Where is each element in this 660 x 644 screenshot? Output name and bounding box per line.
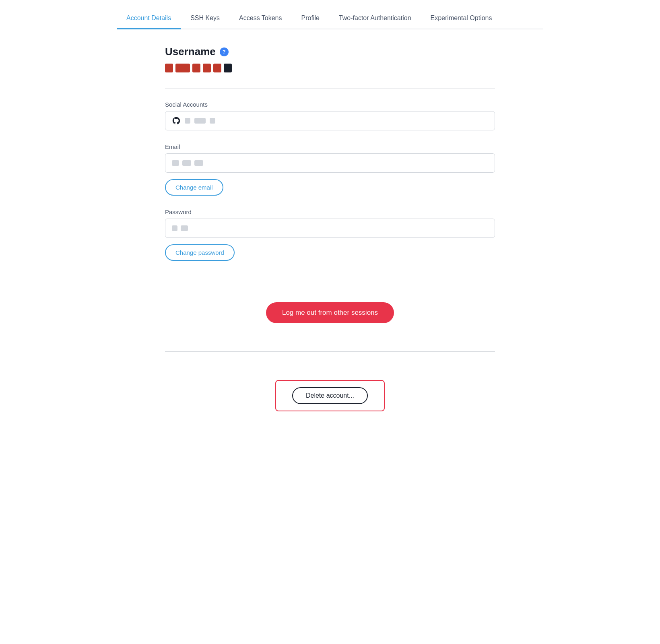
email-block-1 xyxy=(172,160,179,166)
username-value-blocks xyxy=(165,64,495,72)
page-container: Account Details SSH Keys Access Tokens P… xyxy=(109,0,551,444)
nav-tabs: Account Details SSH Keys Access Tokens P… xyxy=(117,0,543,29)
username-block-5 xyxy=(213,64,221,72)
logout-section: Log me out from other sessions xyxy=(165,286,495,339)
tab-experimental[interactable]: Experimental Options xyxy=(421,8,502,29)
password-input[interactable] xyxy=(165,219,495,238)
username-block-1 xyxy=(165,64,173,72)
change-email-button[interactable]: Change email xyxy=(165,179,223,196)
github-icon xyxy=(172,116,181,125)
divider-3 xyxy=(165,351,495,352)
tab-profile[interactable]: Profile xyxy=(292,8,329,29)
email-input[interactable] xyxy=(165,153,495,173)
social-accounts-section: Social Accounts xyxy=(165,101,495,130)
username-heading: Username ? xyxy=(165,45,495,58)
password-section: Password Change password xyxy=(165,208,495,261)
change-password-button[interactable]: Change password xyxy=(165,244,235,261)
password-block-2 xyxy=(181,225,188,231)
email-label: Email xyxy=(165,143,495,150)
social-accounts-input xyxy=(165,111,495,130)
tab-access-tokens[interactable]: Access Tokens xyxy=(229,8,291,29)
username-block-4 xyxy=(203,64,211,72)
divider-1 xyxy=(165,89,495,89)
password-block-1 xyxy=(172,225,177,231)
delete-account-button[interactable]: Delete account... xyxy=(292,387,368,404)
social-block-3 xyxy=(210,118,215,124)
logout-button[interactable]: Log me out from other sessions xyxy=(266,302,394,323)
username-block-3 xyxy=(192,64,200,72)
delete-section: Delete account... xyxy=(165,364,495,427)
password-label: Password xyxy=(165,208,495,215)
username-section: Username ? xyxy=(165,45,495,72)
email-section: Email Change email xyxy=(165,143,495,196)
username-block-6 xyxy=(224,64,232,72)
tab-ssh-keys[interactable]: SSH Keys xyxy=(181,8,229,29)
email-block-2 xyxy=(182,160,191,166)
username-help-icon[interactable]: ? xyxy=(220,47,229,56)
social-block-2 xyxy=(194,118,206,124)
divider-2 xyxy=(165,274,495,274)
tab-account-details[interactable]: Account Details xyxy=(117,8,181,29)
social-accounts-label: Social Accounts xyxy=(165,101,495,108)
social-block-1 xyxy=(185,118,190,124)
username-label-text: Username xyxy=(165,45,216,58)
delete-account-wrapper: Delete account... xyxy=(275,380,385,411)
username-block-2 xyxy=(175,64,190,72)
tab-two-factor[interactable]: Two-factor Authentication xyxy=(329,8,421,29)
main-content: Username ? Social Accounts xyxy=(117,29,543,444)
email-block-3 xyxy=(194,160,203,166)
